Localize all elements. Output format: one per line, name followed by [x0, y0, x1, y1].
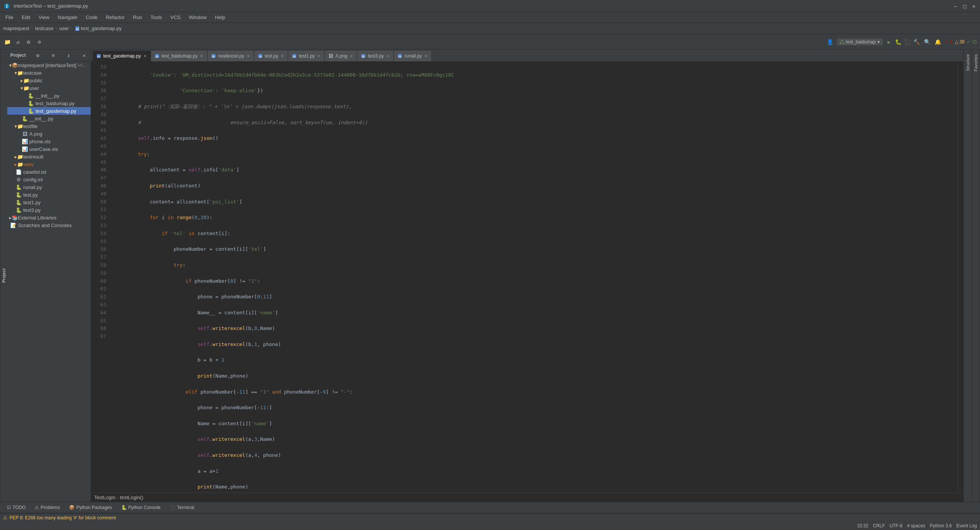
- tree-item-usercase-xls[interactable]: 📊 userCase.xls: [7, 145, 91, 153]
- tab-close-icon[interactable]: ✕: [281, 54, 284, 59]
- tab-test[interactable]: py test.py ✕: [254, 51, 288, 61]
- branch-selector[interactable]: test_baidumap ▾: [837, 38, 883, 45]
- breadcrumb-test-login[interactable]: TestLogin: [94, 495, 115, 500]
- bottom-tab-todo[interactable]: ☑ TODO: [3, 503, 29, 512]
- account-icon[interactable]: 👤: [826, 38, 834, 46]
- tab-apng[interactable]: 🖼 A.png ✕: [325, 51, 357, 61]
- run-toolbar: ▶ 🐛 ⬛ 🔨: [885, 38, 921, 46]
- breadcrumb-file[interactable]: py test_gaodemap.py: [75, 26, 122, 32]
- favorites-label[interactable]: Favorites: [973, 51, 979, 74]
- tree-item-test-gaodemap[interactable]: 🐍 test_gaodemap.py: [7, 107, 91, 115]
- line-ending[interactable]: CRLF: [873, 523, 885, 528]
- tree-item-user[interactable]: ▾📁 user: [7, 84, 91, 92]
- menu-item-code[interactable]: Code: [82, 13, 101, 22]
- breadcrumb-test-login-fn[interactable]: testLogin(): [120, 495, 143, 500]
- tab-label: test_gaodemap.py: [103, 53, 141, 59]
- debug-button[interactable]: 🐛: [894, 38, 903, 46]
- tree-item-testresult[interactable]: ▸📁 testresult: [7, 153, 91, 160]
- menu-item-view[interactable]: View: [35, 13, 53, 22]
- stop-button[interactable]: ⬛: [903, 38, 912, 46]
- minimize-button[interactable]: –: [953, 3, 959, 9]
- tree-item-init2[interactable]: 🐍 __init__.py: [7, 115, 91, 122]
- project-label[interactable]: Project: [0, 50, 7, 502]
- code-line-33: 'Cookie': 'UM_distinctid=16d7bb1d4fb64e-…: [112, 71, 955, 79]
- menu-item-tools[interactable]: Tools: [147, 13, 166, 22]
- right-gutter: [958, 62, 963, 493]
- folder-closed-icon: ▸📁: [22, 77, 28, 83]
- tab-close-icon[interactable]: ✕: [247, 54, 250, 59]
- tab-close-icon[interactable]: ✕: [350, 54, 353, 59]
- tab-test1[interactable]: py test1.py ✕: [288, 51, 325, 61]
- code-content[interactable]: 'Cookie': 'UM_distinctid=16d7bb1d4fb64e-…: [109, 62, 958, 493]
- text-file-icon: 📄: [16, 169, 22, 175]
- tab-test-gaodemap[interactable]: py test_gaodemap.py ✕: [93, 51, 151, 61]
- tree-item-external-libraries[interactable]: ▸📚 External Libraries: [7, 214, 91, 221]
- tree-item-apng[interactable]: 🖼 A.png: [7, 130, 91, 138]
- tree-item-test-baidumap[interactable]: 🐍 test_baidumap.py: [7, 99, 91, 107]
- python-version[interactable]: Python 3.6: [930, 523, 952, 528]
- svg-text:py: py: [293, 55, 296, 58]
- tree-item-public[interactable]: ▸📁 public: [7, 77, 91, 84]
- tree-item-phone-xls[interactable]: 📊 phone.xls: [7, 138, 91, 145]
- tree-item-init1[interactable]: 🐍 __init__.py: [7, 92, 91, 99]
- tab-close-icon[interactable]: ✕: [424, 54, 428, 59]
- menu-item-navigate[interactable]: Navigate: [54, 13, 81, 22]
- menu-item-help[interactable]: Help: [211, 13, 229, 22]
- sidebar-gear-icon[interactable]: ⚙: [34, 52, 41, 59]
- bottom-tab-terminal[interactable]: ⬛ Terminal: [166, 503, 198, 512]
- sidebar-scroll-icon[interactable]: ↕: [65, 52, 72, 59]
- search-everywhere-icon[interactable]: 🔍: [923, 38, 932, 46]
- tree-item-test3[interactable]: 🐍 test3.py: [7, 206, 91, 214]
- sidebar-collapse-icon[interactable]: ⊖: [50, 52, 57, 59]
- build-button[interactable]: 🔨: [913, 38, 921, 46]
- menu-item-refactor[interactable]: Refactor: [102, 13, 128, 22]
- project-tree-toggle[interactable]: 📁: [3, 38, 11, 46]
- warning-icon: ⚠: [3, 515, 7, 520]
- tree-item-caselist[interactable]: 📄 caselist.txt: [7, 168, 91, 176]
- tab-runall[interactable]: py runall.py ✕: [394, 51, 431, 61]
- event-log[interactable]: Event Log: [956, 523, 977, 528]
- breadcrumb-testcase[interactable]: testcase: [35, 26, 53, 31]
- menu-item-edit[interactable]: Edit: [18, 13, 34, 22]
- tree-item-runall[interactable]: 🐍 runall.py: [7, 183, 91, 191]
- tab-close-icon[interactable]: ✕: [317, 54, 321, 59]
- tab-close-icon[interactable]: ✕: [143, 54, 147, 59]
- run-button[interactable]: ▶: [885, 38, 893, 46]
- indent[interactable]: 4 spaces: [907, 523, 925, 528]
- tab-test-baidumap[interactable]: py test_baidumap.py ✕: [151, 51, 208, 61]
- tree-item-venv[interactable]: ▸📁 venv: [7, 160, 91, 168]
- menu-item-run[interactable]: Run: [129, 13, 146, 22]
- sync-icon[interactable]: ↺: [14, 38, 22, 46]
- close-button[interactable]: ✕: [971, 3, 977, 9]
- bottom-tab-python-packages[interactable]: 📦 Python Packages: [65, 503, 115, 512]
- breadcrumb-user[interactable]: user: [59, 26, 69, 31]
- tree-item-maprequest[interactable]: ▾📦 maprequest [interfaceTest] H:\...: [7, 61, 91, 69]
- sidebar-close-icon[interactable]: ✕: [81, 52, 88, 59]
- maximize-button[interactable]: □: [962, 3, 968, 9]
- packages-icon: 📦: [69, 505, 75, 510]
- svg-line-7: [840, 41, 842, 43]
- tree-item-testcase[interactable]: ▾📁 testcase: [7, 69, 91, 77]
- tree-item-test[interactable]: 🐍 test.py: [7, 191, 91, 199]
- settings-icon[interactable]: ⚙: [24, 38, 33, 46]
- svg-text:I: I: [6, 4, 8, 8]
- breadcrumb-maprequest[interactable]: maprequest: [3, 26, 29, 31]
- menu-item-file[interactable]: File: [2, 13, 17, 22]
- tab-close-icon[interactable]: ✕: [386, 54, 390, 59]
- bottom-tab-python-console[interactable]: 🐍 Python Console: [117, 503, 165, 512]
- tab-test3[interactable]: py test3.py ✕: [357, 51, 394, 61]
- tab-readexcel[interactable]: py readexcel.py ✕: [207, 51, 254, 61]
- menu-item-window[interactable]: Window: [185, 13, 210, 22]
- menu-item-vcs[interactable]: VCS: [167, 13, 184, 22]
- notifications-icon[interactable]: 🔔: [934, 38, 942, 46]
- tab-close-icon[interactable]: ✕: [200, 54, 203, 59]
- tree-item-config[interactable]: ⚙ config.ini: [7, 176, 91, 183]
- bottom-tab-problems[interactable]: ⚠ Problems: [31, 503, 64, 512]
- tree-item-test1[interactable]: 🐍 test1.py: [7, 199, 91, 206]
- time-display: 15:32: [857, 523, 868, 528]
- structure-label[interactable]: Structure: [965, 51, 971, 74]
- tree-item-scratches[interactable]: 📝 Scratches and Consoles: [7, 221, 91, 229]
- collapse-all-icon[interactable]: ⊖: [35, 38, 43, 46]
- encoding[interactable]: UTF-8: [890, 523, 903, 528]
- tree-item-testfile[interactable]: ▾📁 testfile: [7, 122, 91, 130]
